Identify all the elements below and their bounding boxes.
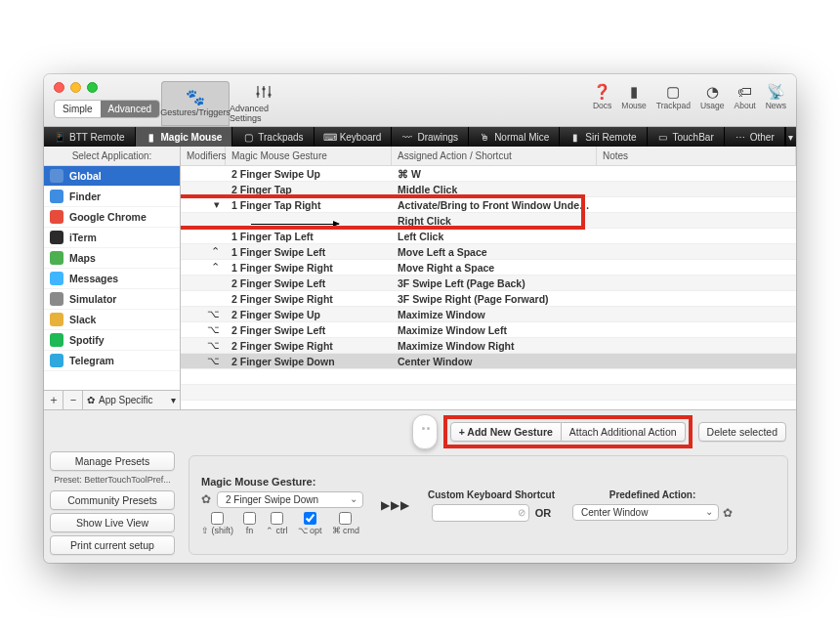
mod-ctrl[interactable]: ⌃ ctrl — [266, 512, 288, 535]
table-row[interactable]: ⌥2 Finger Swipe DownCenter Window — [181, 354, 796, 369]
table-row[interactable]: 2 Finger Swipe Right3F Swipe Right (Page… — [181, 291, 796, 307]
tab-magic-mouse[interactable]: ▮Magic Mouse — [136, 127, 233, 147]
shortcut-input[interactable]: ⊘ — [432, 504, 529, 522]
sidebar-item-simulator[interactable]: Simulator — [44, 289, 180, 310]
mod-cmd[interactable]: ⌘ cmd — [332, 512, 360, 535]
table-row[interactable]: ⌃1 Finger Swipe RightMove Right a Space — [181, 260, 796, 276]
table-row[interactable]: 2 Finger Swipe Left3F Swipe Left (Page B… — [181, 276, 796, 291]
tab-siri-remote[interactable]: ▮Siri Remote — [560, 127, 647, 147]
tab-advanced-settings[interactable]: Advanced Settings — [230, 81, 298, 126]
mod-fn[interactable]: fn — [243, 512, 256, 535]
sidebar-item-slack[interactable]: Slack — [44, 310, 180, 330]
pie-icon: ◔ — [706, 84, 719, 99]
sidebar-item-maps[interactable]: Maps — [44, 248, 180, 269]
trackpad-icon: ▢ — [666, 84, 680, 99]
table-body[interactable]: 2 Finger Swipe Up⌘ W2 Finger TapMiddle C… — [181, 166, 796, 409]
mod-shift[interactable]: ⇧ (shift) — [201, 512, 233, 535]
mod-opt[interactable]: ⌥ opt — [298, 512, 322, 535]
cell-gesture: 2 Finger Swipe Up — [226, 309, 392, 320]
tab-touchbar[interactable]: ▭TouchBar — [648, 127, 725, 147]
delete-selected-button[interactable]: Delete selected — [698, 422, 786, 442]
manage-presets-button[interactable]: Manage Presets — [50, 451, 175, 471]
table-row[interactable]: Right Click — [181, 213, 796, 229]
trackpad-button[interactable]: ▢Trackpad — [656, 84, 691, 110]
mod-opt-checkbox[interactable] — [304, 512, 316, 525]
sidebar-item-global[interactable]: Global — [44, 166, 180, 187]
drawings-icon: 〰 — [401, 131, 413, 143]
table-row[interactable]: 2 Finger TapMiddle Click — [181, 182, 796, 197]
mod-fn-checkbox[interactable] — [243, 512, 256, 525]
table-row[interactable]: ⌥2 Finger Swipe LeftMaximize Window Left — [181, 322, 796, 338]
add-app-button[interactable]: ＋ — [44, 391, 63, 409]
predefined-settings-button[interactable]: ✿ — [723, 506, 733, 520]
attach-additional-action-button[interactable]: Attach Additional Action — [562, 422, 686, 442]
header-modifiers[interactable]: Modifiers — [181, 147, 226, 165]
close-button[interactable] — [54, 82, 64, 93]
sidebar-item-finder[interactable]: Finder — [44, 187, 180, 207]
gesture-settings-button[interactable]: ✿ — [201, 492, 211, 506]
predefined-action-config: Predefined Action: Center Window ✿ — [572, 489, 733, 521]
table-row[interactable]: ▾1 Finger Tap RightActivate/Bring to Fro… — [181, 197, 796, 213]
tab-trackpads[interactable]: ▢Trackpads — [232, 127, 314, 147]
gesture-action-buttons: + Add New Gesture Attach Additional Acti… — [450, 422, 686, 442]
clear-shortcut-button[interactable]: ⊘ — [518, 507, 525, 518]
sidebar-item-spotify[interactable]: Spotify — [44, 330, 180, 351]
table-row[interactable]: ⌥2 Finger Swipe UpMaximize Window — [181, 307, 796, 322]
community-presets-button[interactable]: Community Presets — [50, 490, 175, 510]
table-row[interactable]: ⌥2 Finger Swipe RightMaximize Window Rig… — [181, 338, 796, 354]
mode-simple[interactable]: Simple — [55, 101, 101, 117]
mod-shift-checkbox[interactable] — [211, 512, 224, 525]
chevron-down-icon: ▾ — [788, 132, 793, 143]
header-gesture[interactable]: Magic Mouse Gesture — [226, 147, 392, 165]
cell-action: 3F Swipe Right (Page Forward) — [392, 293, 597, 305]
tab-keyboard[interactable]: ⌨Keyboard — [315, 127, 393, 147]
gesture-select[interactable]: 2 Finger Swipe Down — [217, 491, 363, 508]
tab-normal-mice[interactable]: 🖱Normal Mice — [469, 127, 560, 147]
traffic-lights — [54, 82, 98, 93]
app-label: Global — [69, 170, 102, 182]
tab-gestures-triggers[interactable]: 🐾 Gestures/Triggers — [161, 81, 230, 126]
zoom-button[interactable] — [87, 82, 98, 93]
show-live-view-button[interactable]: Show Live View — [50, 513, 175, 532]
app-specific-dropdown[interactable]: ✿ App Specific ▾ — [83, 395, 180, 405]
header-notes[interactable]: Notes — [597, 147, 796, 165]
news-button[interactable]: 📡News — [766, 84, 786, 110]
usage-button[interactable]: ◔Usage — [700, 84, 725, 110]
device-bar-dropdown[interactable]: ▾ — [785, 127, 796, 147]
application-list[interactable]: GlobalFinderGoogle ChromeiTermMapsMessag… — [44, 166, 180, 390]
config-panel: Magic Mouse Gesture: ✿ 2 Finger Swipe Do… — [189, 455, 788, 555]
sidebar-item-google-chrome[interactable]: Google Chrome — [44, 207, 180, 228]
mouse-button[interactable]: ▮Mouse — [621, 84, 647, 110]
table-row[interactable]: 1 Finger Tap LeftLeft Click — [181, 229, 796, 244]
remove-app-button[interactable]: － — [63, 391, 83, 409]
gear-icon: ✿ — [87, 395, 95, 405]
mode-toggle[interactable]: Simple Advanced — [54, 100, 160, 118]
sidebar-item-iterm[interactable]: iTerm — [44, 228, 180, 248]
tab-btt-remote[interactable]: 📱BTT Remote — [44, 127, 136, 147]
tab-drawings[interactable]: 〰Drawings — [392, 127, 469, 147]
keyboard-icon: ⌨ — [324, 131, 336, 143]
svg-point-4 — [262, 87, 265, 90]
about-button[interactable]: 🏷About — [735, 84, 756, 110]
table-row[interactable]: ⌃1 Finger Swipe LeftMove Left a Space — [181, 244, 796, 260]
add-new-gesture-button[interactable]: + Add New Gesture — [450, 422, 562, 442]
tab-normal-mice-label: Normal Mice — [494, 132, 549, 143]
cell-gesture: 2 Finger Swipe Right — [226, 293, 392, 305]
app-label: Telegram — [69, 355, 114, 366]
sidebar-item-telegram[interactable]: Telegram — [44, 351, 180, 371]
sidebar-item-messages[interactable]: Messages — [44, 269, 180, 289]
tab-other[interactable]: ⋯Other — [725, 127, 785, 147]
app-icon — [50, 292, 63, 306]
mod-cmd-checkbox[interactable] — [339, 512, 352, 525]
docs-button[interactable]: ❓Docs — [593, 84, 611, 110]
mode-advanced[interactable]: Advanced — [101, 101, 159, 117]
header-action[interactable]: Assigned Action / Shortcut — [392, 147, 597, 165]
print-current-setup-button[interactable]: Print current setup — [50, 535, 175, 555]
predefined-action-select[interactable]: Center Window — [572, 504, 719, 521]
app-label: Spotify — [69, 334, 105, 346]
tab-drawings-label: Drawings — [417, 132, 458, 143]
table-row[interactable]: 2 Finger Swipe Up⌘ W — [181, 166, 796, 182]
minimize-button[interactable] — [70, 82, 81, 93]
mod-ctrl-checkbox[interactable] — [271, 512, 283, 525]
mouse-icon: 🖱 — [479, 131, 490, 143]
